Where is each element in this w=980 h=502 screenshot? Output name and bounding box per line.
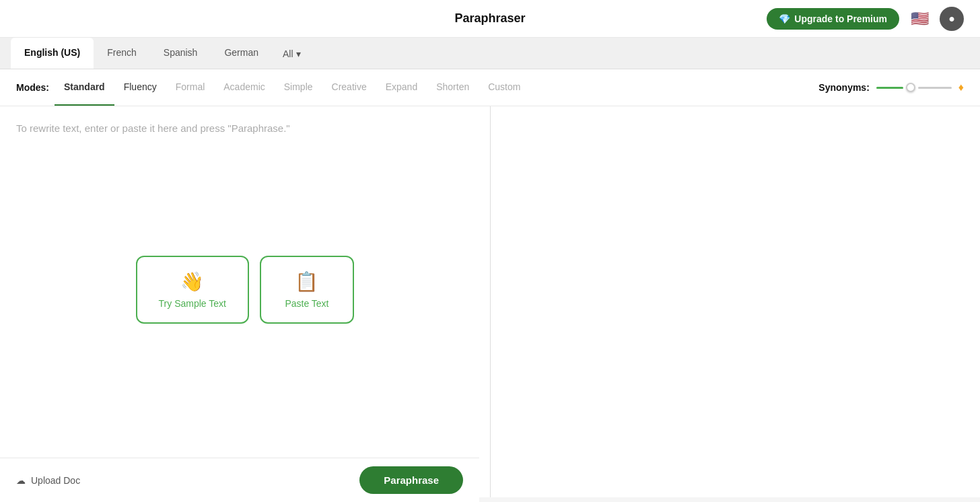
theme-toggle[interactable]: ● bbox=[940, 7, 964, 31]
synonyms-section: Synonyms: ♦ bbox=[818, 81, 964, 94]
flag-icon[interactable]: 🇺🇸 bbox=[907, 7, 932, 31]
mode-standard[interactable]: Standard bbox=[55, 69, 114, 106]
sample-text-label: Try Sample Text bbox=[159, 298, 226, 309]
diamond-icon: 💎 bbox=[779, 13, 790, 24]
lang-tab-english[interactable]: English (US) bbox=[11, 38, 94, 69]
main-content: To rewrite text, enter or paste it here … bbox=[0, 106, 980, 497]
left-panel: To rewrite text, enter or paste it here … bbox=[0, 106, 491, 497]
synonyms-label: Synonyms: bbox=[818, 82, 869, 93]
paste-text-button[interactable]: 📋 Paste Text bbox=[260, 256, 354, 324]
app-title: Paraphraser bbox=[454, 11, 525, 26]
premium-diamond-icon: ♦ bbox=[958, 81, 964, 94]
lang-tab-german[interactable]: German bbox=[211, 38, 272, 69]
upload-label: Upload Doc bbox=[31, 475, 80, 486]
mode-formal[interactable]: Formal bbox=[166, 69, 215, 106]
sample-text-button[interactable]: 👋 Try Sample Text bbox=[136, 256, 249, 324]
paraphrase-button[interactable]: Paraphrase bbox=[359, 466, 463, 494]
header: Paraphraser 💎 Upgrade to Premium 🇺🇸 ● bbox=[0, 0, 980, 38]
text-input-area[interactable]: To rewrite text, enter or paste it here … bbox=[0, 106, 490, 497]
mode-academic[interactable]: Academic bbox=[214, 69, 274, 106]
mode-expand[interactable]: Expand bbox=[376, 69, 427, 106]
wave-icon: 👋 bbox=[180, 271, 204, 293]
modes-bar: Modes: Standard Fluency Formal Academic … bbox=[0, 69, 980, 106]
mode-fluency[interactable]: Fluency bbox=[114, 69, 166, 106]
lang-tab-spanish[interactable]: Spanish bbox=[150, 38, 211, 69]
lang-tab-french[interactable]: French bbox=[94, 38, 150, 69]
language-tabs: English (US) French Spanish German All ▾ bbox=[0, 38, 980, 69]
slider-thumb[interactable] bbox=[906, 83, 915, 92]
upgrade-label: Upgrade to Premium bbox=[794, 13, 887, 24]
paste-text-label: Paste Text bbox=[285, 298, 328, 309]
bottom-bar: ☁ Upload Doc Paraphrase bbox=[0, 458, 479, 497]
slider-filled bbox=[876, 87, 903, 89]
action-buttons: 👋 Try Sample Text 📋 Paste Text bbox=[16, 256, 474, 324]
upgrade-button[interactable]: 💎 Upgrade to Premium bbox=[767, 8, 899, 30]
modes-label: Modes: bbox=[16, 82, 49, 93]
mode-creative[interactable]: Creative bbox=[322, 69, 376, 106]
synonyms-slider[interactable] bbox=[876, 83, 952, 92]
slider-unfilled bbox=[918, 87, 952, 89]
lang-tab-all[interactable]: All ▾ bbox=[272, 39, 312, 69]
all-label: All bbox=[283, 48, 293, 59]
chevron-down-icon: ▾ bbox=[296, 48, 301, 59]
upload-doc-button[interactable]: ☁ Upload Doc bbox=[16, 475, 80, 486]
placeholder-text: To rewrite text, enter or paste it here … bbox=[16, 122, 290, 134]
clipboard-icon: 📋 bbox=[295, 271, 318, 293]
right-panel bbox=[491, 106, 981, 497]
upload-icon: ☁ bbox=[16, 475, 26, 486]
mode-custom[interactable]: Custom bbox=[479, 69, 530, 106]
mode-simple[interactable]: Simple bbox=[275, 69, 322, 106]
mode-shorten[interactable]: Shorten bbox=[427, 69, 479, 106]
header-actions: 💎 Upgrade to Premium 🇺🇸 ● bbox=[767, 7, 964, 31]
